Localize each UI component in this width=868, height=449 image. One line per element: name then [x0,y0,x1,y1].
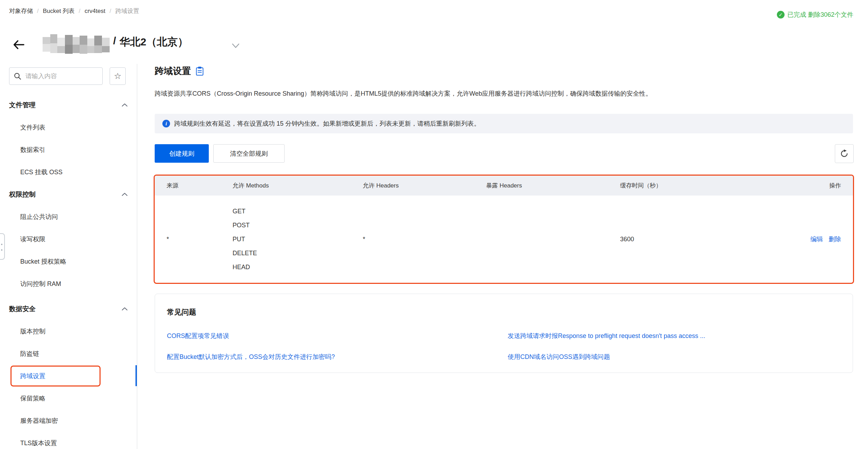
sidebar-item-block-public-access[interactable]: 阻止公共访问 [0,206,137,228]
sidebar-item-server-side-encryption[interactable]: 服务器端加密 [0,410,137,432]
breadcrumb: 对象存储 / Bucket 列表 / crv4test / 跨域设置 [9,7,139,15]
sidebar-item-file-list[interactable]: 文件列表 [0,116,137,139]
chevron-up-icon [122,192,128,197]
sidebar-item-read-write-permission[interactable]: 读写权限 [0,228,137,250]
region-label: 华北2（北京） [119,35,188,49]
faq-card: 常见问题 CORS配置项常见错误 发送跨域请求时报Response to pre… [155,294,853,373]
chevron-down-icon [230,41,241,50]
chevron-up-icon [122,307,128,311]
delete-link[interactable]: 删除 [829,235,841,243]
back-button[interactable] [12,38,26,52]
refresh-button[interactable] [835,144,854,163]
sidebar-item-data-index[interactable]: 数据索引 [0,139,137,161]
sidebar-item-bucket-policy[interactable]: Bucket 授权策略 [0,250,137,273]
sidebar-item-tls-version[interactable]: TLS版本设置 [0,432,137,449]
sidebar-item-versioning[interactable]: 版本控制 [0,320,137,343]
cell-allowed-methods: GET POST PUT DELETE HEAD [233,204,363,274]
handle-dot [1,249,2,251]
breadcrumb-item-bucket[interactable]: crv4test [84,8,105,15]
sidebar-section-permission-control[interactable]: 权限控制 [0,183,137,206]
sidebar-nav: 文件管理 文件列表 数据索引 ECS 挂载 OSS 权限控制 阻止公共访问 读写… [0,94,137,449]
column-header-allowed-headers: 允许 Headers [363,182,486,190]
region-dropdown[interactable] [230,41,241,50]
bucket-region-title: / 华北2（北京） [113,35,188,49]
search-input[interactable] [25,72,93,80]
method-item: HEAD [233,260,363,274]
clear-all-rules-button[interactable]: 清空全部规则 [213,144,285,163]
task-status-text: 已完成 删除3062个文件 [787,10,853,19]
search-icon [14,72,21,80]
sidebar-item-hotlink-protection[interactable]: 防盗链 [0,343,137,365]
table-row: * GET POST PUT DELETE HEAD * 3600 编辑 删除 [155,196,853,283]
cell-actions: 编辑 删除 [774,235,841,243]
sidebar-item-ecs-mount-oss[interactable]: ECS 挂载 OSS [0,161,137,183]
breadcrumb-separator: / [37,8,39,15]
breadcrumb-separator: / [79,8,80,15]
column-header-exposed-headers: 暴露 Headers [486,182,620,190]
star-icon: ☆ [114,71,122,81]
sidebar-item-access-control-ram[interactable]: 访问控制 RAM [0,273,137,295]
table-header-row: 来源 允许 Methods 允许 Headers 暴露 Headers 缓存时间… [155,176,853,196]
cell-allowed-headers: * [363,236,486,243]
refresh-icon [840,149,849,158]
sidebar-search[interactable] [9,67,103,85]
column-header-cache-time: 缓存时间（秒） [620,182,774,190]
page-description: 跨域资源共享CORS（Cross-Origin Resource Sharing… [155,89,853,98]
sidebar-collapse-handle[interactable] [0,233,5,260]
handle-dot [1,244,2,245]
method-item: GET [233,204,363,218]
method-item: DELETE [233,246,363,260]
column-header-allowed-methods: 允许 Methods [233,182,363,190]
edit-link[interactable]: 编辑 [810,235,823,243]
faq-link-preflight-error[interactable]: 发送跨域请求时报Response to preflight request do… [508,332,705,340]
sidebar-item-retention-policy[interactable]: 保留策略 [0,387,137,410]
info-icon: i [162,120,170,127]
oss-cors-settings-page: 对象存储 / Bucket 列表 / crv4test / 跨域设置 ✓ 已完成… [0,0,868,449]
cell-source: * [167,236,233,243]
method-item: POST [233,218,363,232]
faq-link-cdn-cors-issue[interactable]: 使用CDN域名访问OSS遇到跨域问题 [508,353,610,361]
section-title: 文件管理 [9,101,36,110]
bucket-name-redacted [43,34,110,56]
title-separator: / [113,35,116,49]
faq-link-bucket-encryption[interactable]: 配置Bucket默认加密方式后，OSS会对历史文件进行加密吗? [167,353,335,361]
faq-title: 常见问题 [167,307,196,317]
sidebar-section-data-security[interactable]: 数据安全 [0,298,137,320]
info-banner-text: 跨域规则生效有延迟，将在设置成功 15 分钟内生效。如果新增或更新后，列表未更新… [174,119,480,128]
info-banner: i 跨域规则生效有延迟，将在设置成功 15 分钟内生效。如果新增或更新后，列表未… [155,114,853,133]
breadcrumb-separator: / [110,8,111,15]
arrow-left-icon [12,38,26,52]
sidebar-divider [137,64,137,449]
faq-link-cors-config-errors[interactable]: CORS配置项常见错误 [167,332,229,340]
task-status[interactable]: ✓ 已完成 删除3062个文件 [777,10,853,19]
favorites-button[interactable]: ☆ [110,67,126,85]
column-header-actions: 操作 [774,182,841,190]
section-title: 数据安全 [9,304,36,314]
active-item-indicator [135,365,137,386]
sidebar-section-file-management[interactable]: 文件管理 [0,94,137,116]
method-item: PUT [233,232,363,246]
section-title: 权限控制 [9,190,36,199]
page-title: 跨域设置 [155,65,191,77]
column-header-source: 来源 [167,182,233,190]
sidebar-item-cors-settings[interactable]: 跨域设置 [0,365,137,387]
breadcrumb-item-bucket-list[interactable]: Bucket 列表 [43,7,75,15]
breadcrumb-item-current: 跨域设置 [115,7,139,15]
cell-cache-seconds: 3600 [620,236,774,243]
check-circle-icon: ✓ [777,11,785,19]
breadcrumb-item-oss[interactable]: 对象存储 [9,7,33,15]
cors-rules-table: 来源 允许 Methods 允许 Headers 暴露 Headers 缓存时间… [154,175,854,284]
create-rule-button[interactable]: 创建规则 [155,144,209,163]
chevron-up-icon [122,103,128,107]
document-copy-icon[interactable] [196,66,204,76]
